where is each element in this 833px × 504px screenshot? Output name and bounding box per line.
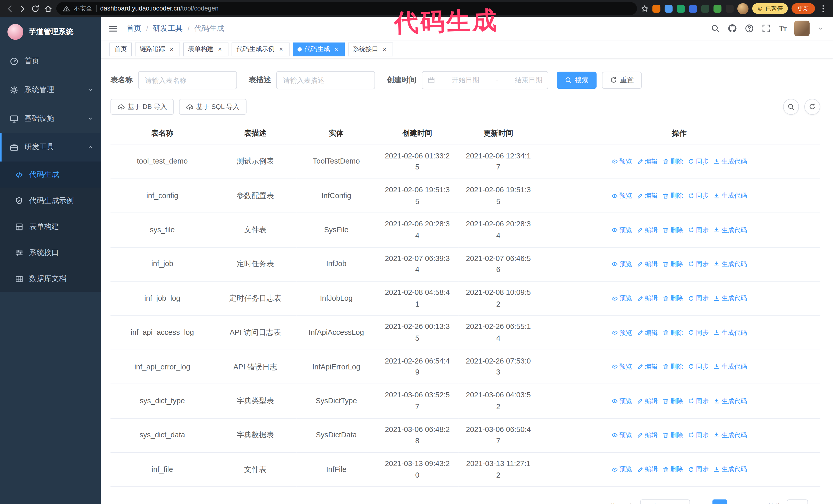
action-generate-link[interactable]: 生成代码 xyxy=(714,259,747,269)
extension-icon[interactable] xyxy=(725,5,734,13)
user-avatar[interactable] xyxy=(794,21,810,36)
action-sync-link[interactable]: 同步 xyxy=(688,396,709,406)
action-delete-link[interactable]: 删除 xyxy=(663,259,683,269)
tab-trace[interactable]: 链路追踪× xyxy=(135,42,180,56)
extension-icon[interactable] xyxy=(677,5,685,13)
close-icon[interactable]: × xyxy=(381,45,388,53)
action-sync-link[interactable]: 同步 xyxy=(688,191,709,201)
github-icon[interactable] xyxy=(728,24,737,33)
prev-page-button[interactable] xyxy=(695,500,707,504)
sidebar-item-codegen[interactable]: 代码生成 xyxy=(0,162,101,188)
action-generate-link[interactable]: 生成代码 xyxy=(714,362,747,372)
action-delete-link[interactable]: 删除 xyxy=(663,293,683,304)
sidebar-logo[interactable]: 芋道管理系统 xyxy=(0,17,101,47)
action-edit-link[interactable]: 编辑 xyxy=(637,464,658,475)
refresh-table-button[interactable] xyxy=(804,99,820,115)
action-delete-link[interactable]: 删除 xyxy=(663,157,683,167)
action-generate-link[interactable]: 生成代码 xyxy=(714,191,747,201)
action-edit-link[interactable]: 编辑 xyxy=(637,293,658,304)
action-sync-link[interactable]: 同步 xyxy=(688,430,709,440)
action-generate-link[interactable]: 生成代码 xyxy=(714,157,747,167)
help-icon[interactable] xyxy=(745,24,754,33)
action-delete-link[interactable]: 删除 xyxy=(663,328,683,338)
browser-profile-avatar[interactable] xyxy=(737,3,748,14)
close-icon[interactable]: × xyxy=(216,45,224,53)
extension-icon[interactable] xyxy=(664,5,672,13)
sidebar-item-home[interactable]: 首页 xyxy=(0,47,101,75)
sidebar-item-infra[interactable]: 基础设施 xyxy=(0,104,101,133)
breadcrumb-item[interactable]: 首页 xyxy=(126,24,141,33)
sidebar-item-system-api[interactable]: 系统接口 xyxy=(0,240,101,266)
toggle-search-button[interactable] xyxy=(783,99,799,115)
browser-home-icon[interactable] xyxy=(44,4,52,13)
reset-button[interactable]: 重置 xyxy=(602,72,642,89)
font-size-icon[interactable]: TT xyxy=(779,24,786,33)
action-generate-link[interactable]: 生成代码 xyxy=(714,464,747,475)
chevron-down-icon[interactable] xyxy=(818,25,824,31)
fullscreen-icon[interactable] xyxy=(762,24,771,33)
action-sync-link[interactable]: 同步 xyxy=(688,157,709,167)
action-generate-link[interactable]: 生成代码 xyxy=(714,293,747,304)
sidebar-item-db-doc[interactable]: 数据库文档 xyxy=(0,266,101,292)
action-preview-link[interactable]: 预览 xyxy=(612,396,632,406)
extension-icon[interactable] xyxy=(689,5,697,13)
action-preview-link[interactable]: 预览 xyxy=(612,259,632,269)
action-preview-link[interactable]: 预览 xyxy=(612,430,632,440)
page-size-select[interactable]: 10条/页 xyxy=(640,500,690,504)
action-sync-link[interactable]: 同步 xyxy=(688,293,709,304)
sidebar-item-codegen-demo[interactable]: 代码生成示例 xyxy=(0,188,101,214)
table-desc-input[interactable] xyxy=(276,71,375,89)
extension-icon[interactable] xyxy=(652,5,660,13)
action-sync-link[interactable]: 同步 xyxy=(688,328,709,338)
action-delete-link[interactable]: 删除 xyxy=(663,362,683,372)
browser-forward-icon[interactable] xyxy=(18,4,27,13)
page-2-button[interactable]: 2 xyxy=(731,500,745,504)
browser-reload-icon[interactable] xyxy=(31,4,40,13)
action-preview-link[interactable]: 预览 xyxy=(612,328,632,338)
action-sync-link[interactable]: 同步 xyxy=(688,362,709,372)
create-time-range-picker[interactable]: 开始日期 - 结束日期 xyxy=(422,71,548,89)
address-bar[interactable]: 不安全 dashboard.yudao.iocoder.cn/tool/code… xyxy=(56,2,637,15)
action-delete-link[interactable]: 删除 xyxy=(663,464,683,475)
action-sync-link[interactable]: 同步 xyxy=(688,464,709,475)
import-sql-button[interactable]: 基于 SQL 导入 xyxy=(179,99,246,115)
tab-home[interactable]: 首页 xyxy=(110,42,132,56)
action-edit-link[interactable]: 编辑 xyxy=(637,430,658,440)
breadcrumb-item[interactable]: 研发工具 xyxy=(153,24,183,33)
sidebar-item-devtools[interactable]: 研发工具 xyxy=(0,133,101,162)
extension-icon[interactable] xyxy=(713,5,721,13)
action-preview-link[interactable]: 预览 xyxy=(612,225,632,235)
extension-icon[interactable] xyxy=(701,5,709,13)
action-generate-link[interactable]: 生成代码 xyxy=(714,430,747,440)
browser-update-button[interactable]: 更新 xyxy=(791,3,815,14)
action-sync-link[interactable]: 同步 xyxy=(688,259,709,269)
browser-menu-icon[interactable] xyxy=(819,4,828,13)
action-preview-link[interactable]: 预览 xyxy=(612,191,632,201)
action-generate-link[interactable]: 生成代码 xyxy=(714,225,747,235)
action-preview-link[interactable]: 预览 xyxy=(612,293,632,304)
paused-badge[interactable]: ☺已暂停 xyxy=(752,3,788,14)
page-1-button[interactable]: 1 xyxy=(712,500,727,504)
bookmark-star-icon[interactable] xyxy=(641,5,648,13)
action-generate-link[interactable]: 生成代码 xyxy=(714,396,747,406)
action-edit-link[interactable]: 编辑 xyxy=(637,225,658,235)
table-name-input[interactable] xyxy=(138,71,237,89)
sidebar-item-system[interactable]: 系统管理 xyxy=(0,75,101,104)
close-icon[interactable]: × xyxy=(168,45,175,53)
action-delete-link[interactable]: 删除 xyxy=(663,191,683,201)
sidebar-item-form-builder[interactable]: 表单构建 xyxy=(0,214,101,240)
hamburger-icon[interactable] xyxy=(109,24,118,33)
action-preview-link[interactable]: 预览 xyxy=(612,464,632,475)
action-preview-link[interactable]: 预览 xyxy=(612,157,632,167)
browser-back-icon[interactable] xyxy=(5,4,14,13)
action-delete-link[interactable]: 删除 xyxy=(663,396,683,406)
import-db-button[interactable]: 基于 DB 导入 xyxy=(111,99,174,115)
action-delete-link[interactable]: 删除 xyxy=(663,430,683,440)
action-edit-link[interactable]: 编辑 xyxy=(637,362,658,372)
action-edit-link[interactable]: 编辑 xyxy=(637,328,658,338)
tab-codegen-demo[interactable]: 代码生成示例× xyxy=(232,42,290,56)
goto-page-input[interactable] xyxy=(787,500,808,504)
tab-codegen[interactable]: 代码生成× xyxy=(293,42,345,56)
action-delete-link[interactable]: 删除 xyxy=(663,225,683,235)
search-button[interactable]: 搜索 xyxy=(557,72,596,89)
